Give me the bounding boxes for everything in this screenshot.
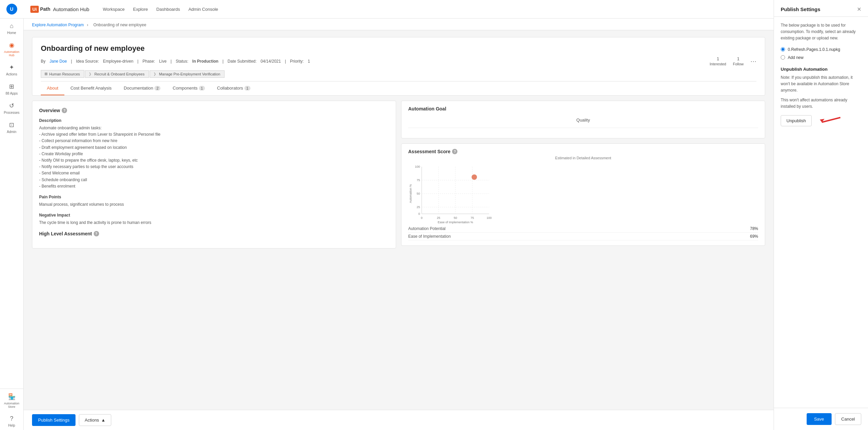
ease-label: Ease of Implementation [408, 234, 451, 239]
publish-settings-panel: Publish Settings ✕ The below package is … [774, 0, 868, 430]
panel-header: Publish Settings ✕ [774, 0, 868, 17]
overview-title: Overview ? [39, 108, 389, 113]
sidebar-item-automation-hub[interactable]: ◉ AutomationHub [0, 37, 23, 60]
tag-label: Recruit & Onboard Employees [94, 72, 145, 76]
apps-icon: ⊞ [9, 83, 14, 90]
package-radio[interactable] [781, 47, 785, 52]
sidebar-item-label: Home [7, 31, 16, 35]
assessment-chart: Automation % [408, 163, 492, 224]
nav-dashboards[interactable]: Dashboards [156, 7, 180, 12]
save-button[interactable]: Save [807, 413, 832, 425]
tag-human-resources[interactable]: ⊞ Human Resources [41, 70, 84, 78]
sidebar-item-admin[interactable]: ⊡ Admin [0, 117, 23, 136]
description-label: Description [39, 118, 389, 123]
actions-icon: ✦ [9, 64, 14, 71]
navbar-nav: Workspace Explore Dashboards Admin Conso… [103, 7, 218, 12]
right-col: Automation Goal Quality Assessment Score… [401, 101, 765, 249]
sidebar-item-actions[interactable]: ✦ Actions [0, 60, 23, 79]
meta-actions: 1 Interested 1 Follow ⋯ [710, 56, 756, 66]
breadcrumb-separator: › [87, 23, 89, 27]
tab-documentation[interactable]: Documentation 2 [118, 81, 167, 95]
brand-logo-path-text: Path [40, 6, 50, 12]
breadcrumb: Explore Automation Program › Onboarding … [24, 19, 774, 30]
pain-points-label: Pain Points [39, 195, 389, 199]
sidebar-item-home[interactable]: ⌂ Home [0, 19, 23, 37]
sidebar: U ⌂ Home ◉ AutomationHub ✦ Actions ⊞ 88 … [0, 0, 24, 430]
high-level-section: High Level Assessment ? [39, 231, 389, 236]
nav-workspace[interactable]: Workspace [103, 7, 125, 12]
svg-text:25: 25 [437, 216, 440, 220]
panel-footer: Save Cancel [774, 408, 868, 430]
bottom-bar: Publish Settings Actions ▲ [24, 410, 774, 430]
sidebar-bottom: 🏪 AutomationStore ? Help [0, 389, 23, 430]
tag-recruit[interactable]: Recruit & Onboard Employees [85, 70, 149, 78]
ease-value: 69% [750, 234, 758, 239]
sidebar-item-automation-store[interactable]: 🏪 AutomationStore [0, 389, 23, 411]
meta-separator-5: | [285, 59, 286, 64]
tabs-row: About Cost Benefit Analysis Documentatio… [41, 81, 756, 95]
automation-header: Onboarding of new employee By Jane Doe |… [32, 37, 765, 96]
nav-explore[interactable]: Explore [133, 7, 148, 12]
add-new-option[interactable]: Add new [781, 55, 861, 60]
tab-cba[interactable]: Cost Benefit Analysis [64, 81, 118, 95]
follow-button[interactable]: 1 Follow [733, 56, 744, 66]
overview-card: Overview ? Description Automate onboardi… [32, 101, 396, 249]
page-content: Onboarding of new employee By Jane Doe |… [24, 30, 774, 410]
home-icon: ⌂ [10, 23, 13, 30]
panel-title: Publish Settings [781, 6, 820, 12]
unpublish-button[interactable]: Unpublish [781, 115, 812, 126]
meta-separator-2: | [138, 59, 139, 64]
svg-text:75: 75 [471, 216, 474, 220]
svg-text:0: 0 [421, 216, 422, 220]
panel-close-button[interactable]: ✕ [857, 6, 861, 12]
chart-subtitle: Estimated in Detailed Assessment [408, 156, 758, 160]
sidebar-item-label: AutomationStore [4, 402, 20, 408]
meta-author[interactable]: Jane Doe [50, 59, 67, 64]
add-new-radio[interactable] [781, 55, 785, 60]
assessment-card: Assessment Score ? Estimated in Detailed… [401, 143, 765, 246]
navbar: Ui Path Automation Hub Workspace Explore… [24, 0, 774, 19]
description-section: Description Automate onboarding admin ta… [39, 118, 389, 190]
cancel-button[interactable]: Cancel [835, 413, 861, 425]
tab-components[interactable]: Components 1 [167, 81, 211, 95]
actions-button[interactable]: Actions ▲ [79, 414, 111, 426]
meta-status-label: Status: [176, 59, 188, 64]
publish-settings-button[interactable]: Publish Settings [32, 414, 76, 426]
automation-potential-label: Automation Potential [408, 226, 446, 231]
package-option[interactable]: 0.Refresh.Pages.1.0.1.nupkg [781, 47, 861, 52]
unpublish-section-title: Unpublish Automation [781, 67, 861, 72]
assessment-title: Assessment Score ? [408, 149, 758, 154]
navbar-brand: Ui Path Automation Hub [30, 6, 89, 13]
user-avatar[interactable]: U [6, 4, 17, 14]
actions-label: Actions [85, 418, 99, 423]
high-level-help-icon[interactable]: ? [94, 231, 99, 236]
red-arrow-icon [815, 115, 842, 125]
svg-text:100: 100 [415, 165, 420, 168]
sidebar-item-help[interactable]: ? Help [0, 411, 23, 430]
unpublish-note-1: Note: If you unpublish this automation, … [781, 74, 861, 94]
tab-collaborators[interactable]: Collaborators 1 [211, 81, 257, 95]
package-label: 0.Refresh.Pages.1.0.1.nupkg [788, 47, 840, 52]
automation-goal-title: Automation Goal [408, 106, 758, 111]
page-title: Onboarding of new employee [41, 44, 756, 53]
sidebar-item-label: 88 Apps [5, 92, 18, 95]
svg-text:100: 100 [486, 216, 491, 220]
svg-point-20 [472, 174, 477, 180]
meta-separator-4: | [222, 59, 223, 64]
breadcrumb-parent[interactable]: Explore Automation Program [32, 23, 84, 27]
panel-body: The below package is to be used for cons… [774, 17, 868, 408]
sidebar-item-apps[interactable]: ⊞ 88 Apps [0, 79, 23, 98]
sidebar-item-processes[interactable]: ↺ Processes [0, 98, 23, 117]
nav-admin-console[interactable]: Admin Console [188, 7, 218, 12]
overview-help-icon[interactable]: ? [62, 108, 67, 113]
more-options-button[interactable]: ⋯ [750, 58, 756, 65]
description-text: Automate onboarding admin tasks: - Archi… [39, 125, 389, 190]
content-area: Explore Automation Program › Onboarding … [24, 19, 774, 430]
tag-verification[interactable]: Manage Pre-Employment Verification [150, 70, 225, 78]
sidebar-logo: U [0, 0, 24, 19]
interested-button[interactable]: 1 Interested [710, 56, 726, 66]
tab-about[interactable]: About [41, 81, 64, 95]
svg-text:0: 0 [418, 212, 420, 216]
assessment-help-icon[interactable]: ? [452, 149, 457, 154]
ease-metric: Ease of Implementation 69% [408, 233, 758, 240]
